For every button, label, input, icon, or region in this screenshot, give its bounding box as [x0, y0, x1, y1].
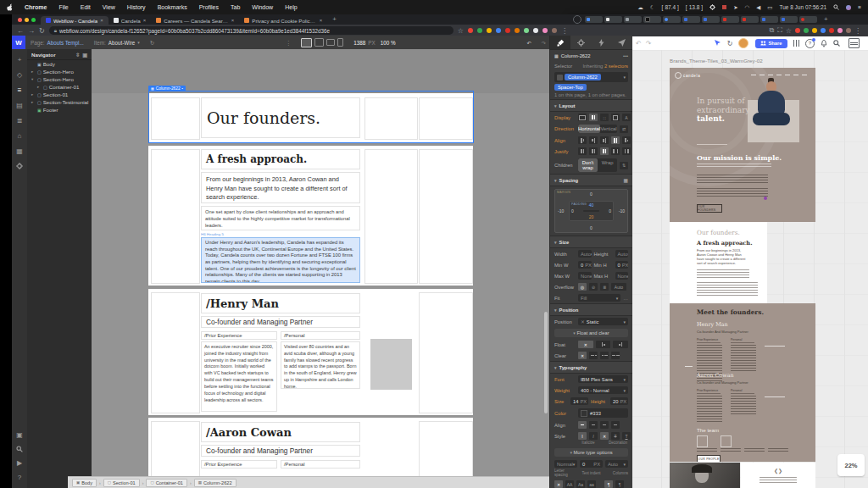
extension-icon[interactable]	[477, 28, 482, 33]
text-align-left-icon[interactable]	[578, 421, 587, 429]
design-canvas[interactable]: Our founders. ▦Column-2622▪ A fresh appr…	[92, 49, 549, 477]
selector-field[interactable]: Column-2622 ▾	[554, 72, 628, 82]
justify-center-icon[interactable]	[589, 147, 598, 155]
breakpoint-landscape-icon[interactable]	[326, 39, 335, 46]
italic-on-icon[interactable]: I	[589, 432, 598, 440]
henry-role[interactable]: Co-founder and Managing Partner	[201, 316, 360, 328]
share-button[interactable]: Share	[755, 39, 787, 48]
filters-icon[interactable]	[793, 40, 800, 47]
display-flex-icon[interactable]	[589, 114, 598, 121]
color-input[interactable]: #333	[578, 408, 628, 418]
mini-tab[interactable]	[682, 16, 700, 23]
zoom-icon[interactable]	[16, 446, 23, 452]
empty-wire-cell[interactable]	[419, 97, 473, 140]
overflow-visible-icon[interactable]: ◎	[578, 283, 587, 291]
aaron-name-heading[interactable]: /Aaron Cowan	[201, 422, 360, 442]
extension-icon[interactable]	[533, 28, 538, 33]
settings-tab-gear-icon[interactable]	[570, 36, 591, 49]
margin-bottom-value[interactable]: 0	[590, 225, 593, 230]
mini-tab[interactable]	[721, 16, 739, 23]
image-placeholder[interactable]	[370, 339, 412, 390]
add-element-icon[interactable]: +	[18, 56, 22, 64]
line-height-input[interactable]: 20PX	[610, 397, 628, 405]
tab-privacy[interactable]: Privacy and Cookie Policy — C ×	[239, 16, 327, 25]
extension-icon[interactable]	[468, 28, 473, 33]
fit-more-icon[interactable]: …	[623, 296, 628, 301]
crumb-body[interactable]: ▣Body	[72, 479, 97, 487]
direction-reverse-icon[interactable]: ⇄	[620, 125, 628, 133]
mini-tab[interactable]	[799, 16, 817, 23]
margin-left-value[interactable]: -10	[558, 208, 564, 214]
mini-tab[interactable]	[604, 16, 622, 23]
collapse-icon[interactable]: ⇳	[75, 52, 80, 58]
mini-tab[interactable]	[663, 16, 681, 23]
capitalize-icon[interactable]: Aa	[576, 480, 585, 488]
nav-item-container-01[interactable]: ▸▢Container-01	[27, 83, 92, 91]
font-input[interactable]: IBM Plex Sans▾	[578, 375, 628, 383]
text-align-right-icon[interactable]	[600, 421, 609, 429]
menu-tab[interactable]: Tab	[225, 4, 246, 10]
pin-icon[interactable]: ▣	[82, 52, 87, 58]
airdrop-icon[interactable]: ➤	[730, 4, 741, 11]
history-icon[interactable]: ↻	[727, 40, 733, 47]
wifi-icon[interactable]: ◠	[742, 4, 754, 11]
nav-item-footer[interactable]: ▣Footer	[27, 106, 92, 114]
publish-tab-plane-icon[interactable]	[612, 36, 632, 49]
margin-top-value[interactable]: 0	[590, 191, 593, 197]
mini-tab[interactable]	[643, 16, 661, 23]
highlighted-paragraph[interactable]: Under Henry and Aaron's leadership, Cand…	[201, 237, 360, 283]
justify-space-around-icon[interactable]	[622, 147, 631, 155]
extension-icon[interactable]	[487, 28, 492, 33]
extension-icon[interactable]	[505, 28, 510, 33]
fit-input[interactable]: Fill▾	[578, 294, 620, 302]
align-center-icon[interactable]	[589, 136, 598, 144]
display-inline-icon[interactable]: A	[622, 114, 631, 121]
max-height-input[interactable]: None▾	[615, 272, 629, 280]
mini-tab[interactable]	[741, 16, 759, 23]
overflow-scroll-icon[interactable]: ≣	[600, 283, 609, 291]
float-none-icon[interactable]: ✕	[578, 341, 593, 348]
page-selector[interactable]: Page: Abouts Templ...	[25, 40, 89, 46]
decoration-none-icon[interactable]: ✕	[600, 432, 609, 440]
tab-careers[interactable]: Careers — Candela Search | C ×	[151, 16, 239, 25]
display-block-icon[interactable]	[578, 114, 587, 121]
selection-label[interactable]: ▦Column-2622▪	[148, 86, 186, 92]
cloud-icon[interactable]: ☁	[634, 4, 647, 11]
extension-icon[interactable]	[804, 28, 809, 33]
canvas-scrollbar[interactable]	[544, 312, 548, 413]
max-width-input[interactable]: None▾	[578, 272, 592, 280]
underline-icon[interactable]: T	[622, 432, 631, 440]
empty-wire-cell[interactable]	[419, 292, 473, 413]
empty-wire-cell[interactable]	[151, 292, 200, 413]
overflow-hidden-icon[interactable]: ⊘	[589, 283, 598, 291]
crumb-column[interactable]: ▦Column-2622	[194, 479, 236, 487]
lowercase-icon[interactable]: aa	[587, 480, 596, 488]
float-left-icon[interactable]	[596, 341, 611, 348]
item-selector[interactable]: Item: About-Wire ▾	[89, 40, 145, 46]
navigator-icon[interactable]: ≡	[18, 86, 22, 94]
breakpoint-tablet-icon[interactable]	[314, 38, 324, 47]
menu-help[interactable]: Help	[279, 4, 303, 10]
columns-input[interactable]: Auto▾	[605, 460, 628, 468]
text-indent-input[interactable]: 0PX	[580, 460, 603, 468]
font-size-input[interactable]: 14PX	[570, 397, 588, 405]
crumb-container[interactable]: ▢Container-01	[146, 479, 187, 487]
menu-profiles[interactable]: Profiles	[193, 4, 225, 10]
chrome-menu-icon[interactable]: ⋮	[854, 27, 861, 35]
display-grid-icon[interactable]: ∷	[600, 114, 609, 121]
our-founders-button[interactable]: OUR FOUNDERS	[697, 204, 722, 213]
flag-icon[interactable]	[719, 5, 730, 9]
position-input[interactable]: ✕Static▾	[578, 318, 628, 325]
text-align-justify-icon[interactable]	[611, 421, 620, 429]
profile-avatar[interactable]	[552, 28, 557, 33]
section-typography[interactable]: ▾Typography	[550, 361, 632, 374]
canvas-menu-icon[interactable]: ⋮	[281, 40, 296, 46]
empty-wire-cell[interactable]	[419, 149, 473, 284]
capitalize-none-icon[interactable]: ✕	[554, 480, 563, 488]
henry-prior-text[interactable]: An executive recruiter since 2000, joine…	[201, 341, 277, 412]
new-tab-button[interactable]: +	[327, 15, 342, 25]
notebook-icon[interactable]	[849, 38, 860, 48]
empty-wire-cell[interactable]	[151, 97, 200, 140]
justify-start-icon[interactable]	[578, 147, 587, 155]
aaron-role[interactable]: Co-founder and Managing Partner	[201, 445, 360, 457]
